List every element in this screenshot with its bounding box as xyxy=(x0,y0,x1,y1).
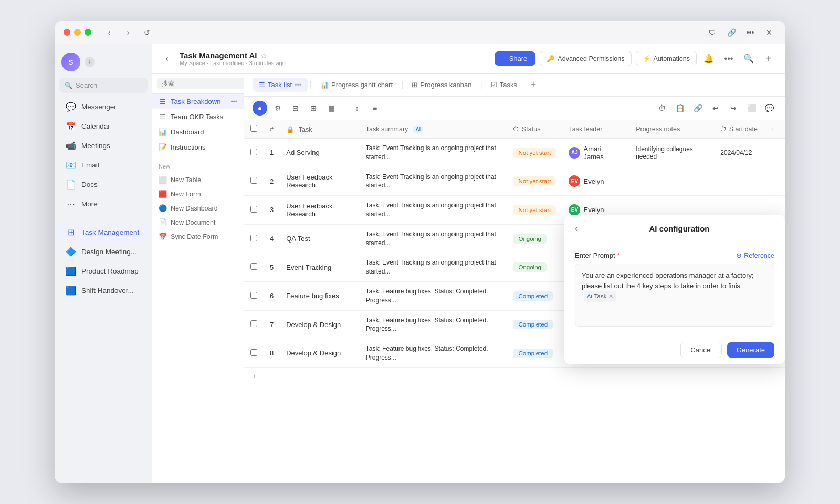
status-cell[interactable]: Not yet start xyxy=(507,139,562,167)
add-column-icon[interactable]: + xyxy=(770,125,774,133)
prompt-content-area[interactable]: You are an experienced operations manage… xyxy=(575,264,774,327)
sidebar-item-calendar[interactable]: 📅 Calendar xyxy=(58,117,149,135)
toolbar-filter-button[interactable]: ⊞ xyxy=(306,101,321,116)
status-cell[interactable]: Completed xyxy=(507,281,562,310)
tab-progress-gantt[interactable]: 📊 Progress gantt chart xyxy=(314,78,399,92)
row-checkbox-cell[interactable] xyxy=(244,281,264,310)
sidebar-item-meetings[interactable]: 📹 Meetings xyxy=(58,136,149,155)
task-name-cell[interactable]: Feature bug fixes xyxy=(280,281,360,310)
task-name-cell[interactable]: QA Test xyxy=(280,224,360,253)
close-button[interactable] xyxy=(64,29,70,36)
forward-nav-button[interactable]: › xyxy=(121,25,135,40)
close-icon[interactable]: ✕ xyxy=(762,25,776,40)
sidebar-item-shift-handover[interactable]: 🟦 Shift Handover... xyxy=(58,281,149,300)
status-cell[interactable]: Completed xyxy=(507,339,562,368)
toolbar-active-dot[interactable]: ● xyxy=(253,101,267,116)
header-more-button[interactable]: ••• xyxy=(721,51,737,67)
row-checkbox-cell[interactable] xyxy=(244,224,264,253)
progress-notes-col-header[interactable]: Progress notes xyxy=(629,120,714,139)
sidebar-item-email[interactable]: 📧 Email xyxy=(58,156,149,174)
reference-link[interactable]: ⊕ Reference xyxy=(736,251,774,259)
tab-options-icon[interactable]: ••• xyxy=(295,81,301,89)
row-checkbox-cell[interactable] xyxy=(244,167,264,196)
row-checkbox-cell[interactable] xyxy=(244,139,264,167)
row-checkbox[interactable] xyxy=(250,263,257,270)
more-icon[interactable]: ••• xyxy=(743,25,758,40)
task-name-cell[interactable]: User Feedback Research xyxy=(280,196,360,225)
toolbar-undo-button[interactable]: ↩ xyxy=(708,101,723,116)
file-item-dashboard[interactable]: 📊 Dashboard xyxy=(152,124,244,140)
toolbar-comment-button[interactable]: 💬 xyxy=(762,101,776,116)
sidebar-search[interactable]: 🔍 Search xyxy=(59,78,148,93)
shield-icon[interactable]: 🛡 xyxy=(705,25,720,40)
task-summary-col-header[interactable]: Task summary AI xyxy=(360,120,507,139)
sidebar-item-docs[interactable]: 📄 Docs xyxy=(58,175,149,194)
task-name-cell[interactable]: Develop & Design xyxy=(280,339,360,368)
select-all-checkbox[interactable] xyxy=(250,125,257,132)
row-checkbox-cell[interactable] xyxy=(244,310,264,339)
new-document-button[interactable]: 📄 New Document xyxy=(152,215,244,229)
status-cell[interactable]: Not yet start xyxy=(507,196,562,225)
search-header-button[interactable]: 🔍 xyxy=(741,51,757,67)
sidebar-item-more[interactable]: ⋯ More xyxy=(58,195,149,213)
file-item-team-okr[interactable]: ☰ Team OKR Tasks xyxy=(152,109,244,124)
new-form-button[interactable]: 🟥 New Form xyxy=(152,187,244,201)
toolbar-copy-button[interactable]: 📋 xyxy=(673,101,687,116)
task-name-cell[interactable]: User Feedback Research xyxy=(280,167,360,196)
generate-button[interactable]: Generate xyxy=(727,342,774,358)
status-cell[interactable]: Ongoing xyxy=(507,224,562,253)
ai-panel-back-button[interactable]: ‹ xyxy=(575,223,578,234)
status-col-header[interactable]: ⏱ Status xyxy=(507,120,562,139)
sidebar-item-design-meeting[interactable]: 🔷 Design Meeting... xyxy=(58,243,149,261)
row-checkbox[interactable] xyxy=(250,177,257,184)
add-header-button[interactable]: + xyxy=(761,51,776,67)
link-icon[interactable]: 🔗 xyxy=(724,25,739,40)
toolbar-layout-button[interactable]: ⊟ xyxy=(288,101,303,116)
minimize-button[interactable] xyxy=(74,29,81,36)
toolbar-expand-button[interactable]: ⬜ xyxy=(744,101,759,116)
task-name-cell[interactable]: Ad Serving xyxy=(280,139,360,167)
row-checkbox-cell[interactable] xyxy=(244,196,264,225)
add-row-button[interactable]: + xyxy=(244,368,785,384)
automations-button[interactable]: ⚡ Automations xyxy=(636,51,697,66)
new-table-button[interactable]: ⬜ New Table xyxy=(152,173,244,187)
status-cell[interactable]: Completed xyxy=(507,310,562,339)
tab-task-list[interactable]: ☰ Task list ••• xyxy=(253,78,308,92)
notifications-button[interactable]: 🔔 xyxy=(701,51,717,67)
advanced-permissions-button[interactable]: 🔑 Advanced Permissions xyxy=(540,51,631,66)
toolbar-sort-button[interactable]: ↕ xyxy=(350,101,364,116)
row-checkbox[interactable] xyxy=(250,235,257,242)
breadcrumb-back-button[interactable]: ‹ xyxy=(161,52,173,65)
add-column-header[interactable]: + xyxy=(764,120,785,139)
cancel-button[interactable]: Cancel xyxy=(680,342,721,358)
add-tab-button[interactable]: + xyxy=(527,78,540,92)
task-leader-col-header[interactable]: Task leader xyxy=(562,120,629,139)
status-cell[interactable]: Ongoing xyxy=(507,253,562,282)
toolbar-redo-button[interactable]: ↪ xyxy=(726,101,741,116)
row-checkbox[interactable] xyxy=(250,320,257,327)
task-col-header[interactable]: 🔒 Task xyxy=(280,120,360,139)
toolbar-table-button[interactable]: ▦ xyxy=(324,101,339,116)
toolbar-group-button[interactable]: ≡ xyxy=(368,101,382,116)
share-button[interactable]: ↑ Share xyxy=(495,51,536,66)
toolbar-link2-button[interactable]: 🔗 xyxy=(690,101,705,116)
file-more-button[interactable]: ••• xyxy=(230,98,237,106)
tab-progress-kanban[interactable]: ⊞ Progress kanban xyxy=(405,78,478,92)
sync-date-form-button[interactable]: 📅 Sync Date Form xyxy=(152,229,244,244)
tag-remove-button[interactable]: ✕ xyxy=(608,292,613,301)
maximize-button[interactable] xyxy=(85,29,91,36)
row-checkbox-cell[interactable] xyxy=(244,253,264,282)
toolbar-clock-button[interactable]: ⏱ xyxy=(655,101,669,116)
sidebar-item-product-roadmap[interactable]: 🟦 Product Roadmap xyxy=(58,262,149,280)
start-date-col-header[interactable]: ⏱ Start date xyxy=(714,120,764,139)
row-checkbox-cell[interactable] xyxy=(244,339,264,368)
row-checkbox[interactable] xyxy=(250,292,257,299)
add-workspace-button[interactable]: + xyxy=(85,57,95,67)
file-item-instructions[interactable]: 📝 Instructions xyxy=(152,140,244,155)
file-search-input[interactable] xyxy=(158,78,244,89)
row-checkbox[interactable] xyxy=(250,349,257,356)
task-name-cell[interactable]: Develop & Design xyxy=(280,310,360,339)
tab-tasks[interactable]: ☑ Tasks xyxy=(485,78,523,92)
back-nav-button[interactable]: ‹ xyxy=(102,25,117,40)
sidebar-item-messenger[interactable]: 💬 Messenger xyxy=(58,98,149,116)
